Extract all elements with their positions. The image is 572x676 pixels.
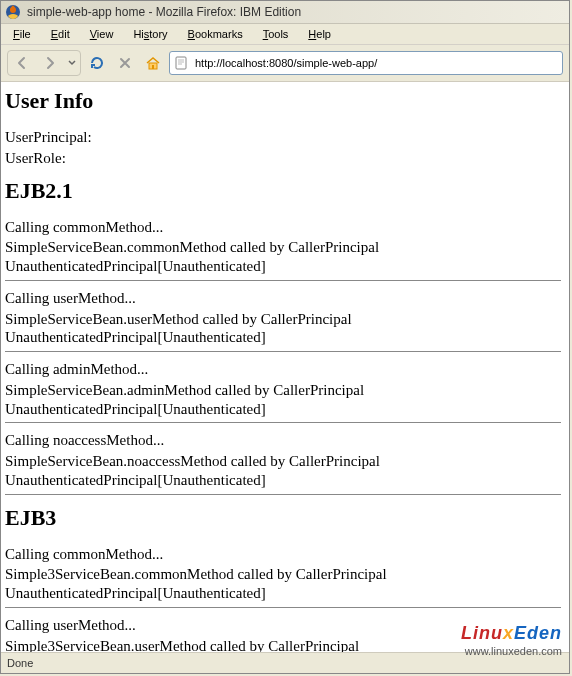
browser-window: simple-web-app home - Mozilla Firefox: I… [0, 0, 570, 674]
ejb21-user-result: SimpleServiceBean.userMethod called by C… [5, 310, 561, 348]
ejb21-noaccess-result: SimpleServiceBean.noaccessMethod called … [5, 452, 561, 490]
page-content: User Info UserPrincipal: UserRole: EJB2.… [1, 82, 569, 652]
arrow-right-icon [42, 55, 58, 71]
ejb3-user-block: Calling userMethod... Simple3ServiceBean… [5, 616, 561, 652]
user-principal-line: UserPrincipal: [5, 128, 561, 147]
ejb3-common-block: Calling commonMethod... Simple3ServiceBe… [5, 545, 561, 603]
ejb3-user-call: Calling userMethod... [5, 616, 561, 635]
divider [5, 351, 561, 352]
arrow-left-icon [14, 55, 30, 71]
ejb21-noaccess-call: Calling noaccessMethod... [5, 431, 561, 450]
menu-file-label: ile [20, 28, 31, 40]
firefox-icon [5, 4, 21, 20]
window-title: simple-web-app home - Mozilla Firefox: I… [27, 5, 301, 19]
ejb21-user-call: Calling userMethod... [5, 289, 561, 308]
menu-bookmarks-label: ookmarks [195, 28, 243, 40]
menu-help[interactable]: Help [300, 26, 339, 42]
ejb21-common-block: Calling commonMethod... SimpleServiceBea… [5, 218, 561, 276]
user-role-line: UserRole: [5, 149, 561, 168]
url-bar[interactable] [169, 51, 563, 75]
ejb21-noaccess-block: Calling noaccessMethod... SimpleServiceB… [5, 431, 561, 489]
svg-rect-2 [152, 65, 154, 69]
ejb3-common-call: Calling commonMethod... [5, 545, 561, 564]
menu-edit[interactable]: Edit [43, 26, 78, 42]
heading-ejb21: EJB2.1 [5, 178, 561, 204]
ejb21-admin-result: SimpleServiceBean.adminMethod called by … [5, 381, 561, 419]
stop-icon [118, 56, 132, 70]
ejb21-admin-block: Calling adminMethod... SimpleServiceBean… [5, 360, 561, 418]
home-button[interactable] [141, 51, 165, 75]
menu-view[interactable]: View [82, 26, 122, 42]
back-forward-group [7, 50, 81, 76]
heading-user-info: User Info [5, 88, 561, 114]
heading-ejb3: EJB3 [5, 505, 561, 531]
menu-edit-label: dit [58, 28, 70, 40]
menubar: File Edit View History Bookmarks Tools H… [1, 24, 569, 45]
menu-history-label: tory [149, 28, 167, 40]
forward-button[interactable] [36, 51, 64, 75]
page-icon [173, 55, 189, 71]
ejb3-user-result: Simple3ServiceBean.userMethod called by … [5, 637, 561, 653]
stop-button[interactable] [113, 51, 137, 75]
menu-view-label: iew [97, 28, 114, 40]
reload-icon [89, 55, 105, 71]
menu-history[interactable]: History [125, 26, 175, 42]
menu-help-label: elp [316, 28, 331, 40]
divider [5, 607, 561, 608]
history-dropdown[interactable] [64, 51, 80, 75]
svg-rect-3 [176, 57, 186, 69]
divider [5, 494, 561, 495]
menu-bookmarks[interactable]: Bookmarks [180, 26, 251, 42]
navigation-toolbar [1, 45, 569, 82]
home-icon [145, 55, 161, 71]
menu-tools[interactable]: Tools [255, 26, 297, 42]
menu-tools-label: ools [268, 28, 288, 40]
url-input[interactable] [193, 53, 559, 73]
statusbar: Done [1, 652, 569, 673]
chevron-down-icon [68, 59, 76, 67]
divider [5, 422, 561, 423]
ejb21-admin-call: Calling adminMethod... [5, 360, 561, 379]
status-text: Done [7, 657, 33, 669]
menu-file[interactable]: File [5, 26, 39, 42]
back-button[interactable] [8, 51, 36, 75]
reload-button[interactable] [85, 51, 109, 75]
ejb21-common-result: SimpleServiceBean.commonMethod called by… [5, 238, 561, 276]
divider [5, 280, 561, 281]
ejb3-common-result: Simple3ServiceBean.commonMethod called b… [5, 565, 561, 603]
ejb21-common-call: Calling commonMethod... [5, 218, 561, 237]
titlebar: simple-web-app home - Mozilla Firefox: I… [1, 1, 569, 24]
ejb21-user-block: Calling userMethod... SimpleServiceBean.… [5, 289, 561, 347]
